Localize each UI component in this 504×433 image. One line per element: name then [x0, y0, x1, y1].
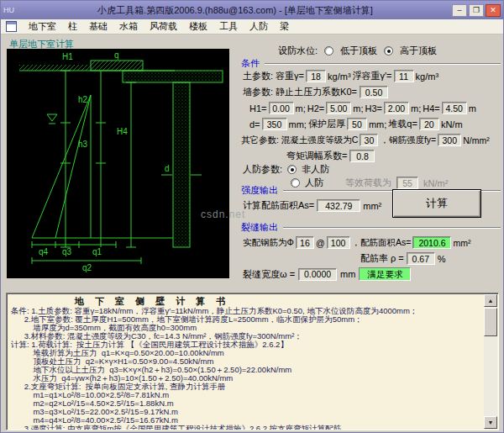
diagram-label-h1: H1 [62, 52, 73, 61]
moment-factor-input[interactable] [349, 150, 375, 162]
heights-row: H1= m; H2= m; H3= m; H4= m [249, 102, 476, 114]
menu-item-foundation[interactable]: 基础 [89, 20, 108, 33]
conditions-header: 条件 [241, 57, 501, 70]
as-value-field[interactable] [317, 199, 360, 212]
h1-unit: m; [296, 103, 306, 114]
scroll-thumb[interactable] [484, 308, 497, 336]
h2-unit: m; [353, 103, 363, 114]
ratio-field[interactable] [407, 252, 435, 265]
concrete-label: 其它参数: 混凝土强度等级为C [241, 135, 358, 146]
calculate-button[interactable]: 计算 [392, 189, 481, 218]
fy-input[interactable] [438, 134, 461, 146]
soil-label: 土参数: 容重γ= [243, 70, 304, 82]
radio-below-topslab[interactable] [324, 46, 333, 55]
material-row: 其它参数: 混凝土强度等级为C ，钢筋强度fy= N/mm² [241, 134, 490, 146]
radio-above-topslab[interactable] [384, 46, 393, 55]
actual-as-unit: mm² [453, 238, 470, 248]
at-sign: @ [316, 238, 325, 248]
cover-input[interactable] [347, 118, 367, 130]
calculation-report-panel: 地 下 室 侧 壁 计 算 书 条件: 1.土质参数: 容重γ=18kN/mm，… [6, 293, 499, 430]
watermark: csdn.net [201, 209, 245, 220]
h4-input[interactable] [442, 102, 467, 114]
h4-unit: m [469, 103, 476, 114]
h2-input[interactable] [326, 102, 351, 114]
h4-label: H4= [423, 103, 440, 114]
maximize-button[interactable]: ❐ [469, 4, 484, 17]
h3-label: H3= [365, 103, 382, 114]
h1-input[interactable] [269, 102, 294, 114]
h3-unit: m; [411, 103, 421, 114]
calculation-report-text: 地 下 室 侧 壁 计 算 书 条件: 1.土质参数: 容重γ=18kN/mm，… [11, 295, 482, 430]
waterproof-label: 设防水位: [278, 45, 318, 57]
h3-input[interactable] [384, 102, 409, 114]
report-scrollbar[interactable]: ▲ ▼ [484, 294, 497, 429]
steel-label: ，钢筋强度fy= [380, 135, 436, 146]
form-icon[interactable] [6, 21, 17, 32]
actual-as-label: ，配筋面积As= [352, 237, 412, 249]
minimize-button[interactable]: – [452, 4, 467, 17]
diagram-label-h3: h3 [78, 140, 88, 149]
waterproof-row: 设防水位: 低于顶板 高于顶板 [278, 45, 437, 57]
app-window: HU 小虎工具箱.第四版2006.9.(h88u@163.com) - [单层地… [0, 0, 504, 433]
civil-defense-row: 人防参数: 非人防 [243, 163, 329, 176]
float-gamma-input[interactable] [394, 70, 414, 82]
surcharge-unit: kN/m [441, 119, 463, 129]
crack-header: 裂缝输出 [241, 221, 501, 234]
fy-unit: N/mm² [463, 135, 490, 145]
actual-as-field[interactable] [412, 236, 451, 249]
diagram-label-q4: q4 [39, 247, 49, 256]
strength-header-label: 强度输出 [241, 184, 278, 197]
menu-item-watertank[interactable]: 水箱 [119, 20, 138, 33]
menu-bar: 地下室 柱 基础 水箱 风荷载 楼板 工具 人防 梁 [1, 19, 503, 34]
window-controls: – ❐ ✕ [452, 4, 501, 17]
k0-input[interactable] [360, 86, 388, 98]
as-result-row: 计算配筋面积As= mm² [243, 199, 381, 212]
diagram-label-q1: q1 [92, 247, 102, 256]
diagram-label-h2: h2 [78, 95, 88, 104]
conditions-header-label: 条件 [241, 57, 260, 70]
radio-above-label[interactable]: 高于顶板 [400, 45, 437, 57]
close-button[interactable]: ✕ [486, 4, 501, 17]
gamma-input[interactable] [306, 70, 326, 82]
radio-below-label[interactable]: 低于顶板 [340, 45, 377, 57]
d-unit: mm; [289, 119, 307, 129]
rebar-diameter-input[interactable] [296, 236, 314, 249]
menu-item-windload[interactable]: 风荷载 [150, 20, 177, 33]
surcharge-input[interactable] [419, 118, 439, 130]
rebar-spacing-input[interactable] [327, 236, 350, 249]
crack-width-label: 裂缝宽度ω = [243, 268, 295, 281]
menu-item-tools[interactable]: 工具 [219, 20, 238, 33]
gamma-unit: kg/m³ [328, 71, 351, 82]
window-title: 小虎工具箱.第四版2006.9.(h88u@163.com) - [单层地下室侧… [18, 4, 452, 17]
menu-item-slab[interactable]: 楼板 [189, 20, 207, 33]
menu-item-beam[interactable]: 梁 [280, 20, 289, 33]
d-label: d= [249, 119, 260, 129]
ratio-row: 配筋率 ρ = % [360, 252, 446, 265]
k0-label: 墙参数: 静止土压力系数K0= [243, 86, 357, 98]
crack-width-field[interactable] [298, 268, 337, 281]
report-title: 地 下 室 侧 壁 计 算 书 [11, 295, 482, 307]
divider [283, 227, 501, 229]
radio-no-civil-defense[interactable] [287, 165, 297, 174]
d-input[interactable] [262, 118, 287, 130]
menu-item-basement[interactable]: 地下室 [29, 20, 56, 33]
as-label: 计算配筋面积As= [243, 199, 314, 212]
scroll-up-button[interactable]: ▲ [484, 294, 497, 307]
divider [265, 63, 501, 65]
surcharge-label: 堆载q= [388, 118, 417, 130]
ratio-unit: % [438, 254, 446, 264]
as-unit: mm² [363, 201, 381, 211]
wall-diagram: q H1 h2 h3 H4 d q4 q3 q1 q2 [7, 49, 229, 278]
title-bar[interactable]: HU 小虎工具箱.第四版2006.9.(h88u@163.com) - [单层地… [1, 1, 503, 19]
no-civil-defense-label[interactable]: 非人防 [302, 163, 329, 176]
rebar-row: 实配钢筋为Φ @ ，配筋面积As= mm² [243, 236, 470, 249]
crack-header-label: 裂缝输出 [241, 221, 278, 234]
concrete-grade-input[interactable] [360, 134, 378, 146]
menu-item-civildefense[interactable]: 人防 [249, 20, 268, 33]
menu-item-column[interactable]: 柱 [68, 20, 77, 33]
diagram-label-h4: H4 [117, 127, 128, 136]
status-badge: 满足要求 [359, 267, 411, 281]
ratio-label: 配筋率 ρ = [360, 252, 404, 265]
scroll-down-button[interactable]: ▼ [484, 416, 497, 429]
diagram-label-q: q [114, 50, 119, 60]
